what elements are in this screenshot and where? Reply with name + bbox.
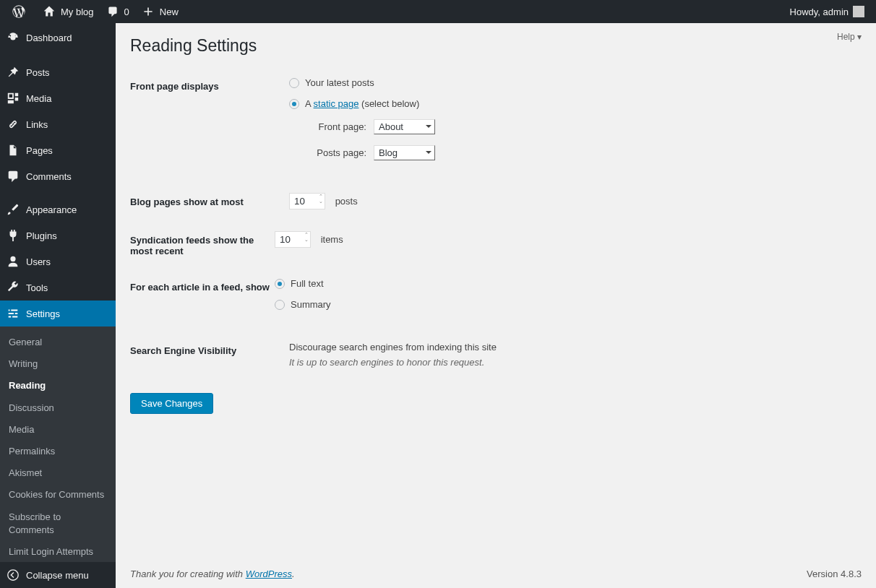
radio-full-text[interactable]: Full text: [275, 278, 862, 289]
label-search-visibility: Search Engine Visibility: [130, 342, 289, 356]
menu-pages[interactable]: Pages: [0, 137, 116, 163]
radio-icon: [275, 279, 285, 289]
select-front-page[interactable]: About: [374, 119, 435, 134]
radio-latest-posts[interactable]: Your latest posts: [289, 77, 862, 88]
submenu-limit-login[interactable]: Limit Login Attempts: [0, 541, 116, 563]
comments-link[interactable]: 0: [100, 0, 135, 23]
menu-tools[interactable]: Tools: [0, 274, 116, 301]
comment-icon: [106, 4, 120, 19]
menu-links[interactable]: Links: [0, 111, 116, 137]
wp-logo[interactable]: [6, 0, 36, 23]
menu-dashboard[interactable]: Dashboard: [0, 23, 116, 52]
collapse-icon: [6, 568, 20, 582]
site-name-link[interactable]: My blog: [36, 0, 100, 23]
input-rss-items[interactable]: [275, 231, 311, 248]
wrench-icon: [6, 280, 20, 295]
submenu-writing[interactable]: Writing: [0, 353, 116, 375]
comments-count: 0: [124, 7, 129, 17]
collapse-menu[interactable]: Collapse menu: [0, 562, 116, 588]
submenu-akismet[interactable]: Akismet: [0, 462, 116, 484]
checkbox-discourage[interactable]: Discourage search engines from indexing …: [289, 342, 862, 353]
plus-icon: [141, 4, 155, 19]
menu-appearance[interactable]: Appearance: [0, 196, 116, 222]
avatar: [853, 6, 864, 17]
plug-icon: [6, 228, 20, 243]
submenu-permalinks[interactable]: Permalinks: [0, 441, 116, 462]
submenu-media[interactable]: Media: [0, 419, 116, 441]
content-area: Help ▾ Reading Settings Front page displ…: [116, 23, 876, 588]
static-page-link[interactable]: static page: [314, 98, 359, 109]
new-content-link[interactable]: New: [135, 0, 184, 23]
submenu-subscribe[interactable]: Subscribe to Comments: [0, 506, 116, 541]
account-link[interactable]: Howdy, admin: [784, 0, 870, 23]
label-posts-page: Posts page:: [305, 147, 366, 158]
comments-icon: [6, 169, 20, 183]
howdy-text: Howdy, admin: [790, 7, 849, 17]
submenu-discussion[interactable]: Discussion: [0, 397, 116, 419]
radio-summary[interactable]: Summary: [275, 299, 862, 310]
pin-icon: [6, 65, 20, 79]
suffix-items: items: [321, 234, 343, 245]
radio-icon: [289, 78, 299, 88]
submenu-general[interactable]: General: [0, 332, 116, 353]
menu-posts[interactable]: Posts: [0, 59, 116, 85]
admin-bar: My blog 0 New Howdy, admin: [0, 0, 876, 23]
dashboard-icon: [6, 30, 20, 45]
page-icon: [6, 143, 20, 157]
chevron-down-icon: ▾: [857, 32, 862, 42]
media-icon: [6, 91, 20, 105]
menu-comments[interactable]: Comments: [0, 163, 116, 189]
label-front-page: Front page:: [305, 121, 366, 132]
user-icon: [6, 254, 20, 269]
link-icon: [6, 117, 20, 131]
new-label: New: [160, 7, 179, 17]
menu-settings[interactable]: Settings: [0, 301, 116, 327]
select-posts-page[interactable]: Blog: [374, 145, 435, 160]
footer: Thank you for creating with WordPress. V…: [130, 568, 862, 579]
label-feed-article: For each article in a feed, show: [130, 278, 275, 293]
menu-media[interactable]: Media: [0, 85, 116, 111]
sliders-icon: [6, 306, 20, 321]
menu-users[interactable]: Users: [0, 248, 116, 274]
submenu-reading[interactable]: Reading: [0, 375, 116, 397]
label-front-page-displays: Front page displays: [130, 77, 289, 92]
radio-static-page[interactable]: A static page (select below): [289, 98, 862, 109]
help-tab[interactable]: Help ▾: [837, 32, 862, 42]
svg-point-0: [8, 570, 18, 580]
admin-sidebar: Dashboard Posts Media Links Pages Commen…: [0, 23, 116, 588]
wordpress-link[interactable]: WordPress: [246, 568, 292, 579]
search-visibility-note: It is up to search engines to honor this…: [289, 357, 862, 368]
label-syndication: Syndication feeds show the most recent: [130, 231, 275, 256]
brush-icon: [6, 202, 20, 217]
label-blog-pages: Blog pages show at most: [130, 193, 289, 207]
wordpress-icon: [12, 4, 26, 19]
version-text: Version 4.8.3: [807, 568, 862, 579]
submenu-cookies[interactable]: Cookies for Comments: [0, 484, 116, 506]
menu-plugins[interactable]: Plugins: [0, 222, 116, 248]
save-button[interactable]: Save Changes: [130, 393, 213, 414]
radio-icon: [289, 99, 299, 109]
page-title: Reading Settings: [130, 23, 862, 66]
settings-submenu: General Writing Reading Discussion Media…: [0, 327, 116, 568]
input-posts-per-page[interactable]: [289, 193, 325, 209]
home-icon: [42, 4, 56, 19]
radio-icon: [275, 300, 285, 310]
suffix-posts: posts: [335, 196, 358, 207]
site-name: My blog: [61, 7, 94, 17]
